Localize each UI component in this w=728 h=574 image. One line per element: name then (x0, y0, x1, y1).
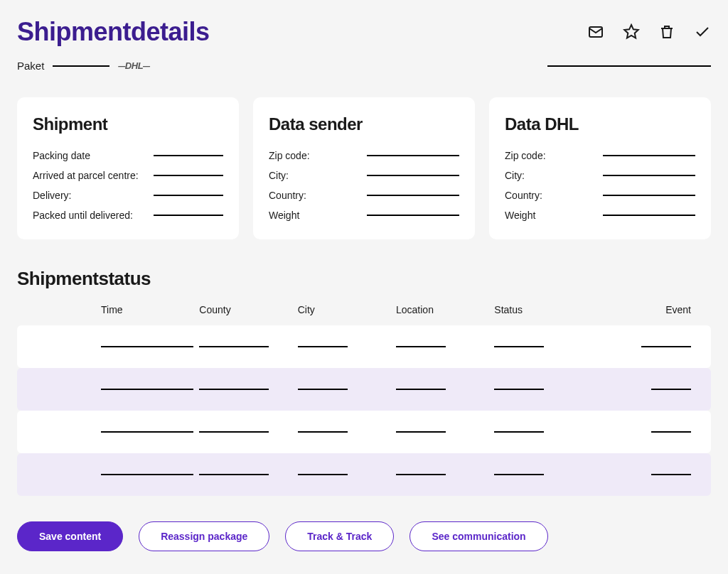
value-placeholder (367, 195, 459, 196)
label: Zip code: (505, 150, 546, 161)
header-actions (587, 23, 711, 40)
col-location: Location (396, 304, 494, 315)
card-sender-title: Data sender (269, 114, 459, 134)
value-placeholder (367, 175, 459, 176)
value-placeholder (603, 175, 695, 176)
cell-placeholder (494, 431, 544, 433)
cell-placeholder (199, 431, 269, 433)
cell-placeholder (199, 346, 269, 347)
communication-button[interactable]: See communication (410, 521, 547, 551)
carrier-logo: —DHL— (118, 60, 149, 71)
status-section-title: Shipmentstatus (17, 268, 711, 290)
meta-right-placeholder (547, 65, 711, 67)
cell-placeholder (101, 431, 193, 433)
value-placeholder (603, 215, 695, 216)
save-button[interactable]: Save content (17, 521, 123, 551)
kv-city: City: (269, 170, 459, 181)
cell-placeholder (396, 474, 446, 475)
value-placeholder (154, 175, 223, 176)
reassign-button[interactable]: Reassign package (139, 521, 269, 551)
card-dhl-title: Data DHL (505, 114, 695, 134)
status-table: Time County City Location Status Event (17, 304, 711, 496)
label: City: (269, 170, 289, 181)
cell-placeholder (199, 474, 269, 475)
table-row (17, 325, 711, 368)
value-placeholder (154, 215, 223, 216)
label: Packing date (33, 150, 90, 161)
cell-placeholder (651, 431, 691, 433)
page-header: Shipmentdetails (17, 17, 711, 47)
page-title: Shipmentdetails (17, 17, 210, 47)
table-row (17, 453, 711, 496)
table-header: Time County City Location Status Event (17, 304, 711, 325)
value-placeholder (367, 215, 459, 216)
kv-weight: Weight (269, 210, 459, 221)
kv-zip: Zip code: (505, 150, 695, 161)
star-icon[interactable] (623, 23, 640, 40)
meta-row: Paket —DHL— (17, 60, 711, 72)
col-time: Time (101, 304, 199, 315)
card-dhl: Data DHL Zip code: City: Country: Weight (489, 97, 711, 239)
kv-weight: Weight (505, 210, 695, 221)
cell-placeholder (298, 431, 348, 433)
cell-placeholder (396, 346, 446, 347)
cell-placeholder (298, 389, 348, 390)
value-placeholder (603, 155, 695, 156)
value-placeholder (367, 155, 459, 156)
kv-packed-until: Packed until delivered: (33, 210, 223, 221)
table-row (17, 411, 711, 453)
col-city: City (298, 304, 396, 315)
label: Country: (269, 190, 306, 201)
kv-country: Country: (505, 190, 695, 201)
info-cards: Shipment Packing date Arrived at parcel … (17, 97, 711, 239)
label: Weight (505, 210, 535, 221)
value-placeholder (603, 195, 695, 196)
label: City: (505, 170, 525, 181)
cell-placeholder (101, 474, 193, 475)
card-shipment-title: Shipment (33, 114, 223, 134)
card-shipment: Shipment Packing date Arrived at parcel … (17, 97, 239, 239)
label: Packed until delivered: (33, 210, 133, 221)
col-status: Status (494, 304, 592, 315)
packet-label: Paket (17, 60, 44, 72)
cell-placeholder (298, 474, 348, 475)
mail-icon[interactable] (587, 23, 604, 40)
value-placeholder (154, 195, 223, 196)
cell-placeholder (651, 474, 691, 475)
cell-placeholder (101, 389, 193, 390)
footer-actions: Save content Reassign package Track & Tr… (17, 521, 711, 551)
cell-placeholder (298, 346, 348, 347)
label: Zip code: (269, 150, 310, 161)
cell-placeholder (101, 346, 193, 347)
label: Arrived at parcel centre: (33, 170, 139, 181)
cell-placeholder (641, 346, 691, 347)
kv-country: Country: (269, 190, 459, 201)
kv-zip: Zip code: (269, 150, 459, 161)
col-event: Event (593, 304, 691, 315)
kv-city: City: (505, 170, 695, 181)
value-placeholder (154, 155, 223, 156)
label: Weight (269, 210, 299, 221)
cell-placeholder (494, 389, 544, 390)
packet-id-placeholder (53, 65, 109, 67)
kv-delivery: Delivery: (33, 190, 223, 201)
cell-placeholder (651, 389, 691, 390)
cell-placeholder (199, 389, 269, 390)
label: Country: (505, 190, 542, 201)
kv-arrived: Arrived at parcel centre: (33, 170, 223, 181)
cell-placeholder (494, 346, 544, 347)
cell-placeholder (396, 431, 446, 433)
check-icon[interactable] (694, 23, 711, 40)
kv-packing-date: Packing date (33, 150, 223, 161)
trash-icon[interactable] (658, 23, 675, 40)
card-sender: Data sender Zip code: City: Country: Wei… (253, 97, 475, 239)
track-button[interactable]: Track & Track (285, 521, 394, 551)
cell-placeholder (396, 389, 446, 390)
col-county: County (199, 304, 297, 315)
label: Delivery: (33, 190, 71, 201)
table-row (17, 368, 711, 411)
meta-left: Paket —DHL— (17, 60, 150, 72)
cell-placeholder (494, 474, 544, 475)
